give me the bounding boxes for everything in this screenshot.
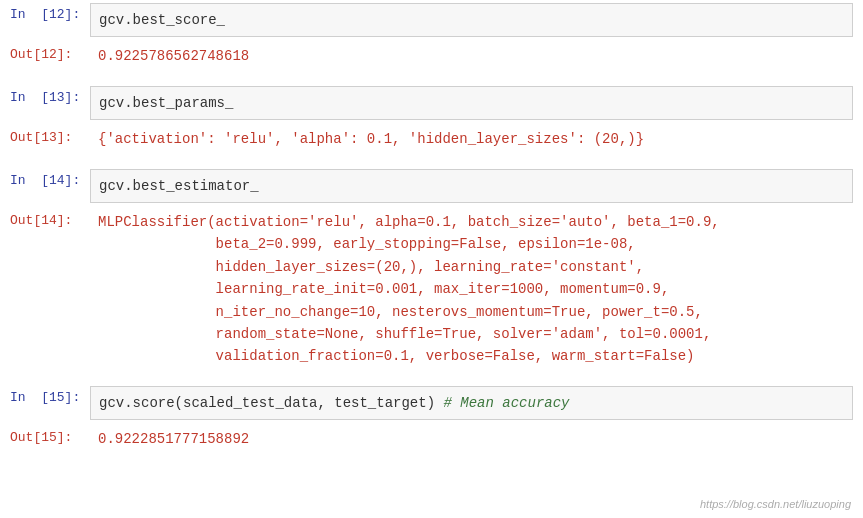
cell-13-input: In [13]: gcv.best_params_ [0, 83, 863, 123]
cell-14-output-content: MLPClassifier(activation='relu', alpha=0… [90, 206, 863, 373]
cell-12-input: In [12]: gcv.best_score_ [0, 0, 863, 40]
out-label-12: Out[12]: [0, 40, 90, 71]
cell-14-input: In [14]: gcv.best_estimator_ [0, 166, 863, 206]
output-line-14-3: hidden_layer_sizes=(20,), learning_rate=… [98, 259, 644, 275]
cell-14-output: Out[14]: MLPClassifier(activation='relu'… [0, 206, 863, 373]
in-label-15: In [15]: [0, 383, 90, 414]
comment-15: # Mean accuracy [443, 395, 569, 411]
cell-15-output-content: 0.9222851777158892 [90, 423, 863, 455]
cell-15-output: Out[15]: 0.9222851777158892 [0, 423, 863, 455]
code-15: gcv.score(scaled_test_data, test_target) [99, 395, 435, 411]
code-12: gcv.best_score_ [99, 12, 225, 28]
in-label-12: In [12]: [0, 0, 90, 31]
output-line-14-2: beta_2=0.999, early_stopping=False, epsi… [98, 236, 636, 252]
cell-13-input-content[interactable]: gcv.best_params_ [90, 86, 853, 120]
out-label-15: Out[15]: [0, 423, 90, 454]
output-value-13: {'activation': 'relu', 'alpha': 0.1, 'hi… [98, 131, 644, 147]
cell-13-output: Out[13]: {'activation': 'relu', 'alpha':… [0, 123, 863, 155]
cell-15-input-content[interactable]: gcv.score(scaled_test_data, test_target)… [90, 386, 853, 420]
cell-14-input-content[interactable]: gcv.best_estimator_ [90, 169, 853, 203]
output-line-14-1: MLPClassifier(activation='relu', alpha=0… [98, 214, 720, 230]
cell-12-output-content: 0.9225786562748618 [90, 40, 863, 72]
code-13: gcv.best_params_ [99, 95, 233, 111]
notebook: In [12]: gcv.best_score_ Out[12]: 0.9225… [0, 0, 863, 455]
output-value-15: 0.9222851777158892 [98, 431, 249, 447]
cell-12-output: Out[12]: 0.9225786562748618 [0, 40, 863, 72]
cell-15-input: In [15]: gcv.score(scaled_test_data, tes… [0, 383, 863, 423]
out-label-14: Out[14]: [0, 206, 90, 237]
out-label-13: Out[13]: [0, 123, 90, 154]
code-14: gcv.best_estimator_ [99, 178, 259, 194]
output-line-14-6: random_state=None, shuffle=True, solver=… [98, 326, 711, 342]
output-line-14-4: learning_rate_init=0.001, max_iter=1000,… [98, 281, 669, 297]
in-label-13: In [13]: [0, 83, 90, 114]
watermark: https://blog.csdn.net/liuzuoping [700, 498, 851, 510]
in-label-14: In [14]: [0, 166, 90, 197]
cell-13-output-content: {'activation': 'relu', 'alpha': 0.1, 'hi… [90, 123, 863, 155]
output-line-14-7: validation_fraction=0.1, verbose=False, … [98, 348, 695, 364]
output-value-12: 0.9225786562748618 [98, 48, 249, 64]
cell-12-input-content[interactable]: gcv.best_score_ [90, 3, 853, 37]
output-line-14-5: n_iter_no_change=10, nesterovs_momentum=… [98, 304, 703, 320]
